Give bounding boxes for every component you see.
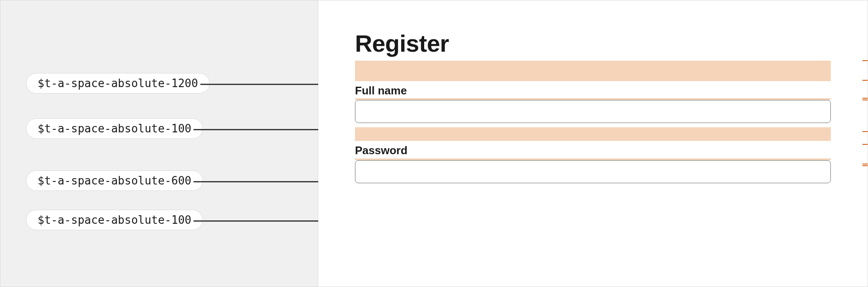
token-text: $t-a-space-absolute-1200	[38, 77, 198, 90]
token-text: $t-a-space-absolute-600	[38, 174, 191, 187]
spacing-spec-diagram: $t-a-space-absolute-1200 $t-a-space-abso…	[0, 0, 868, 287]
bracket-icon	[862, 131, 868, 145]
token-pill-1200: $t-a-space-absolute-1200	[26, 73, 210, 94]
bracket-icon	[862, 164, 868, 166]
password-label: Password	[355, 144, 831, 158]
fullname-input[interactable]	[355, 100, 831, 123]
fullname-label: Full name	[355, 84, 831, 98]
form-preview: Register Full name Password 48px 4px 32p…	[318, 0, 868, 287]
token-pill-100-b: $t-a-space-absolute-100	[26, 210, 203, 230]
spacer-48	[355, 61, 831, 81]
token-text: $t-a-space-absolute-100	[38, 122, 191, 135]
page-heading: Register	[355, 31, 831, 56]
token-pill-100-a: $t-a-space-absolute-100	[26, 118, 203, 139]
bracket-icon	[862, 98, 868, 100]
password-input[interactable]	[355, 160, 831, 183]
token-pill-600: $t-a-space-absolute-600	[26, 170, 203, 191]
token-text: $t-a-space-absolute-100	[38, 214, 191, 226]
bracket-icon	[862, 60, 868, 81]
tokens-panel: $t-a-space-absolute-1200 $t-a-space-abso…	[0, 0, 318, 287]
spacer-32	[355, 127, 831, 141]
